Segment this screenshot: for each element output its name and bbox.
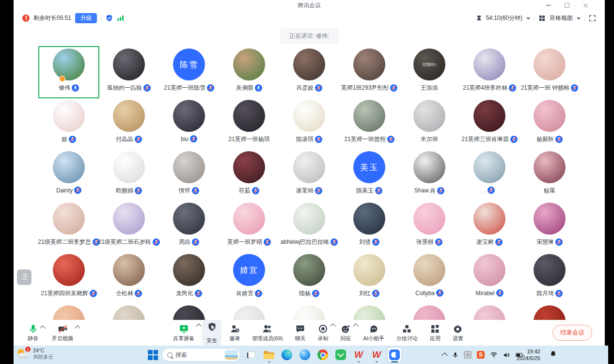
- shield-check-icon[interactable]: [105, 14, 113, 22]
- participant-tile[interactable]: 宋慧琳: [520, 201, 580, 252]
- participant-tile[interactable]: [159, 303, 219, 320]
- taskbar-clock[interactable]: 19:42 2024/5/25: [517, 348, 540, 362]
- toolbar-settings-button[interactable]: 设置: [448, 320, 468, 346]
- participant-tile[interactable]: Shaw.肖: [399, 149, 459, 201]
- chrome-icon[interactable]: [316, 348, 330, 362]
- toolbar-members-button[interactable]: 管理成员(69): [248, 320, 287, 346]
- toolbar-share-screen-button[interactable]: 共享屏幕: [169, 320, 199, 346]
- participant-tile[interactable]: 仝松林: [99, 252, 159, 303]
- toolbar-invite-button[interactable]: 邀请: [225, 320, 244, 346]
- participant-tile[interactable]: Mirabel: [459, 252, 520, 303]
- end-meeting-button[interactable]: 结束会议: [552, 325, 592, 341]
- participant-tile[interactable]: 21级英师二班石岁税: [99, 201, 159, 252]
- volume-icon[interactable]: [503, 352, 510, 358]
- participant-tile[interactable]: 21英师三班肖琳霞: [459, 98, 520, 149]
- chevron-down-icon[interactable]: [526, 17, 530, 20]
- upgrade-button[interactable]: 升级: [75, 13, 97, 23]
- participant-tile[interactable]: 美玉陈美玉: [339, 149, 399, 201]
- participant-tile[interactable]: 欧丽娟: [99, 149, 159, 201]
- wps-office-icon[interactable]: W: [352, 348, 365, 362]
- participant-tile[interactable]: Collyba: [399, 252, 459, 303]
- file-explorer-icon[interactable]: [262, 348, 276, 362]
- chevron-up-icon[interactable]: [330, 323, 335, 329]
- participant-tile[interactable]: 符茹: [219, 149, 279, 201]
- participant-tile[interactable]: 吴俐蓉: [219, 47, 279, 98]
- participant-tile[interactable]: 付晶晶: [99, 98, 159, 149]
- participant-tile[interactable]: abheiwj巴拉巴拉咯: [279, 201, 339, 252]
- participant-tile[interactable]: 鲸落: [520, 149, 580, 201]
- start-button[interactable]: [148, 350, 158, 360]
- participant-tile[interactable]: 张景棋: [399, 201, 459, 252]
- maximize-button[interactable]: [564, 2, 570, 8]
- grid-view-icon[interactable]: [538, 15, 546, 22]
- toolbar-mute-button[interactable]: 静音: [23, 322, 43, 344]
- toolbar-chat-button[interactable]: 聊天: [291, 320, 310, 346]
- chevron-up-icon[interactable]: [442, 352, 447, 358]
- view-mode-label[interactable]: 宫格视图: [550, 14, 573, 22]
- participant-tile[interactable]: 21英师一班 钟丽榕: [520, 47, 580, 98]
- participant-tile[interactable]: 谢茗锦: [279, 149, 339, 201]
- participant-tile[interactable]: 英师1班293尹彤彤: [339, 47, 399, 98]
- chevron-up-icon[interactable]: [196, 323, 201, 329]
- edge-browser-icon[interactable]: [280, 348, 294, 362]
- fullscreen-icon[interactable]: [589, 15, 596, 22]
- wifi-icon[interactable]: [490, 352, 498, 358]
- toolbar-breakout-button[interactable]: 分组讨论: [392, 320, 422, 346]
- participant-tile[interactable]: 姣: [39, 98, 99, 149]
- weather-widget[interactable]: 1 24°C 局部多云: [16, 347, 53, 361]
- participant-tile[interactable]: [399, 303, 459, 320]
- participant-tile[interactable]: 婧宜肖婧宜: [219, 252, 279, 303]
- toolbar-reaction-button[interactable]: 回应: [336, 320, 356, 346]
- participant-tile[interactable]: [219, 303, 279, 320]
- participant-tile[interactable]: 21英师4班李祚林: [459, 47, 520, 98]
- task-view-icon[interactable]: [244, 348, 258, 362]
- participant-tile[interactable]: 英师一班罗晴: [219, 201, 279, 252]
- member-list-toggle[interactable]: [17, 269, 31, 285]
- participant-tile[interactable]: 孤独的一匹狼: [99, 47, 159, 98]
- minimize-button[interactable]: [546, 2, 551, 8]
- participant-tile[interactable]: [520, 303, 580, 320]
- wps-writer-icon[interactable]: W: [370, 348, 383, 362]
- chevron-up-icon[interactable]: [75, 325, 80, 331]
- participant-tile[interactable]: 找我吗?王添添: [399, 47, 459, 98]
- tencent-meeting-icon[interactable]: [388, 348, 401, 362]
- participant-tile[interactable]: 21英师四班吴晓辉: [39, 252, 99, 303]
- participant-tile[interactable]: 陈雪21英师一班陈雪: [159, 47, 219, 98]
- participant-tile[interactable]: 21级英师二班李梦思: [39, 201, 99, 252]
- sogou-icon[interactable]: S: [477, 351, 485, 359]
- toolbar-security-button[interactable]: 安全: [202, 320, 221, 346]
- chevron-up-icon[interactable]: [353, 323, 358, 329]
- participant-tile[interactable]: 米尔班: [399, 98, 459, 149]
- participant-tile[interactable]: 陈凌琪: [279, 98, 339, 149]
- participant-tile[interactable]: [339, 303, 399, 320]
- participant-tile[interactable]: 杨紫秋: [520, 98, 580, 149]
- participant-tile[interactable]: Dainty: [39, 149, 99, 201]
- toolbar-apps-button[interactable]: 应用: [425, 320, 445, 346]
- toolbar-ai-assistant-button[interactable]: AI小助手: [359, 320, 389, 346]
- participant-tile[interactable]: 21英师一班曾熙: [339, 98, 399, 149]
- participant-tile[interactable]: 龙民化: [159, 252, 219, 303]
- participant-tile[interactable]: 刘倩: [339, 201, 399, 252]
- participant-tile[interactable]: 陆杨: [279, 252, 339, 303]
- close-button[interactable]: [583, 2, 588, 8]
- participant-tile[interactable]: 周垚: [159, 201, 219, 252]
- participant-tile[interactable]: 谢宝树: [459, 201, 520, 252]
- participant-tile[interactable]: 情怀: [159, 149, 219, 201]
- participant-tile[interactable]: 陈月琦: [520, 252, 580, 303]
- participant-tile[interactable]: [279, 303, 339, 320]
- participant-tile[interactable]: 刘红: [339, 252, 399, 303]
- green-chat-app-icon[interactable]: [334, 348, 347, 362]
- network-signal-icon[interactable]: [117, 15, 124, 21]
- chevron-up-icon[interactable]: [40, 325, 45, 331]
- blue-browser-icon[interactable]: [298, 348, 312, 362]
- notification-bell-icon[interactable]: [550, 350, 557, 360]
- participant-tile[interactable]: [459, 303, 520, 320]
- participant-tile[interactable]: [39, 303, 99, 320]
- search-box[interactable]: 搜索: [162, 348, 240, 361]
- participant-tile[interactable]: 吕彦姣: [279, 47, 339, 98]
- microphone-icon[interactable]: [452, 351, 458, 359]
- ime-icon[interactable]: [464, 351, 472, 359]
- participant-tile[interactable]: .: [459, 149, 520, 201]
- participant-tile[interactable]: [99, 303, 159, 320]
- participant-tile[interactable]: 21英师一班杨琪: [219, 98, 279, 149]
